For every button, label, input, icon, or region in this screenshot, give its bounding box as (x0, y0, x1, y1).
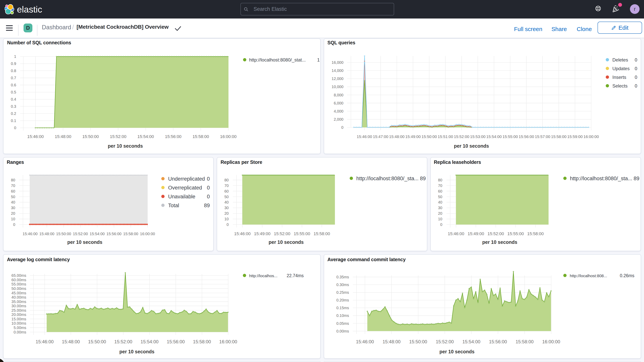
svg-text:0.10ms: 0.10ms (336, 314, 349, 318)
svg-text:10: 10 (438, 217, 442, 221)
svg-text:15:50:00: 15:50:00 (409, 339, 427, 344)
svg-text:Overreplicated: Overreplicated (168, 185, 202, 191)
svg-text:89: 89 (420, 176, 426, 182)
svg-text:15:56:00: 15:56:00 (519, 134, 534, 139)
svg-text:0: 0 (341, 125, 344, 130)
svg-text:15:54:00: 15:54:00 (138, 134, 154, 139)
svg-text:0.35ms: 0.35ms (336, 275, 349, 279)
svg-text:15:46:00: 15:46:00 (357, 134, 372, 139)
svg-text:15:46:00: 15:46:00 (22, 232, 38, 236)
svg-text:15:50:00: 15:50:00 (82, 134, 99, 139)
svg-text:80: 80 (438, 178, 442, 182)
svg-text:0: 0 (207, 194, 210, 200)
svg-text:15:59:00: 15:59:00 (567, 134, 583, 139)
svg-text:per 10 seconds: per 10 seconds (268, 240, 304, 245)
svg-text:15:58:00: 15:58:00 (314, 231, 330, 236)
svg-text:60.00ms: 60.00ms (12, 278, 26, 282)
svg-text:0: 0 (440, 222, 442, 227)
svg-text:15:46:00: 15:46:00 (36, 339, 54, 344)
svg-text:per 10 seconds: per 10 seconds (482, 240, 517, 245)
svg-text:40: 40 (11, 200, 15, 204)
svg-text:45.00ms: 45.00ms (12, 291, 26, 295)
svg-text:15:57:00: 15:57:00 (535, 134, 550, 139)
svg-text:10: 10 (11, 217, 15, 221)
svg-text:50: 50 (11, 195, 15, 199)
svg-text:80: 80 (224, 178, 229, 182)
svg-text:0.1: 0.1 (11, 118, 16, 123)
svg-text:60: 60 (438, 189, 442, 193)
svg-text:35.00ms: 35.00ms (12, 300, 26, 304)
svg-text:60: 60 (224, 189, 229, 193)
svg-text:15:50:00: 15:50:00 (88, 339, 106, 344)
svg-text:89: 89 (204, 202, 210, 208)
svg-text:15:48:00: 15:48:00 (382, 339, 400, 344)
svg-text:15:58:00: 15:58:00 (192, 134, 209, 139)
svg-text:15:56:00: 15:56:00 (165, 134, 182, 139)
svg-text:Selects: Selects (612, 83, 628, 88)
svg-text:20: 20 (224, 211, 229, 216)
svg-text:0.15ms: 0.15ms (336, 306, 349, 310)
svg-text:4,000: 4,000 (334, 109, 344, 113)
svg-text:30: 30 (224, 206, 229, 210)
svg-text:15:49:00: 15:49:00 (468, 231, 484, 236)
svg-text:0: 0 (13, 222, 15, 227)
svg-text:15:51:00: 15:51:00 (438, 134, 453, 139)
svg-text:10: 10 (224, 217, 229, 221)
svg-text:8,000: 8,000 (334, 93, 344, 97)
svg-text:http://localhos...: http://localhos... (249, 274, 278, 278)
svg-text:http://localhost:8080/_sta...: http://localhost:8080/_sta... (356, 176, 418, 182)
svg-text:0.3: 0.3 (11, 104, 16, 108)
svg-text:6,000: 6,000 (334, 101, 344, 105)
svg-text:15:52:00: 15:52:00 (110, 134, 126, 139)
svg-text:16:00:00: 16:00:00 (220, 134, 236, 139)
svg-text:0.5: 0.5 (11, 90, 16, 94)
svg-text:0.00ms: 0.00ms (336, 329, 349, 333)
svg-text:15:55:00: 15:55:00 (507, 231, 524, 236)
svg-text:15:49:00: 15:49:00 (405, 134, 421, 139)
svg-text:16:00:00: 16:00:00 (219, 339, 237, 344)
svg-text:0: 0 (635, 74, 637, 80)
svg-text:15:53:00: 15:53:00 (470, 134, 486, 139)
svg-text:1: 1 (317, 57, 320, 62)
svg-text:per 10 seconds: per 10 seconds (67, 240, 102, 245)
svg-text:15:52:00: 15:52:00 (454, 134, 469, 139)
svg-text:0: 0 (207, 176, 210, 182)
svg-text:15:46:00: 15:46:00 (234, 231, 251, 236)
svg-text:0.05ms: 0.05ms (336, 321, 349, 326)
svg-text:0.9: 0.9 (11, 62, 16, 66)
svg-text:15:54:00: 15:54:00 (90, 232, 105, 236)
svg-text:16:00:00: 16:00:00 (584, 134, 599, 139)
svg-text:0.20ms: 0.20ms (336, 298, 349, 302)
svg-text:89: 89 (634, 176, 639, 182)
svg-text:per 10 seconds: per 10 seconds (454, 143, 489, 148)
svg-text:Total: Total (168, 202, 179, 208)
svg-text:10,000: 10,000 (332, 84, 344, 89)
svg-text:50: 50 (438, 195, 442, 199)
svg-text:30: 30 (438, 206, 442, 210)
svg-text:15:54:00: 15:54:00 (462, 339, 480, 344)
svg-text:1: 1 (14, 54, 16, 58)
svg-text:65.00ms: 65.00ms (12, 273, 26, 278)
svg-text:0.7: 0.7 (11, 76, 16, 80)
svg-text:Deletes: Deletes (612, 57, 628, 62)
svg-text:0: 0 (635, 83, 637, 88)
svg-text:70: 70 (224, 184, 229, 188)
svg-text:per 10 seconds: per 10 seconds (440, 349, 474, 354)
svg-text:Underreplicated: Underreplicated (168, 176, 205, 182)
svg-text:Unavailable: Unavailable (168, 194, 195, 200)
svg-text:50: 50 (224, 195, 229, 199)
svg-text:15:55:00: 15:55:00 (502, 134, 518, 139)
svg-text:15:54:00: 15:54:00 (140, 339, 158, 344)
svg-text:16,000: 16,000 (332, 60, 344, 64)
svg-text:15:58:00: 15:58:00 (551, 134, 566, 139)
svg-text:http://localhost:808...: http://localhost:808... (570, 274, 607, 278)
svg-text:0: 0 (226, 222, 229, 227)
svg-text:0.25ms: 0.25ms (336, 290, 349, 294)
svg-text:15:52:00: 15:52:00 (436, 339, 454, 344)
svg-text:5.00ms: 5.00ms (14, 326, 26, 330)
svg-text:14,000: 14,000 (332, 68, 344, 73)
svg-text:0.6: 0.6 (11, 83, 16, 87)
svg-text:http://localhost:8080/_stat...: http://localhost:8080/_stat... (249, 57, 306, 62)
svg-text:10.00ms: 10.00ms (12, 321, 26, 326)
svg-text:0.00ms: 0.00ms (14, 330, 26, 334)
